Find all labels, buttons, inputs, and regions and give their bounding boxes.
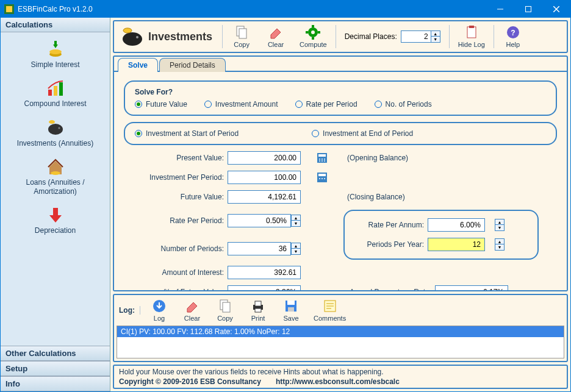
clipboard-icon xyxy=(464,25,479,40)
sidebar-item-compound-interest[interactable]: Compound Interest xyxy=(2,75,109,114)
log-print-button[interactable]: Print xyxy=(242,298,275,323)
help-button[interactable]: ? Help xyxy=(497,24,530,49)
coins-up-icon xyxy=(46,40,65,59)
present-value-input[interactable] xyxy=(228,151,301,165)
floppy-icon xyxy=(284,299,298,313)
svg-point-12 xyxy=(58,127,60,129)
minimize-button[interactable] xyxy=(486,1,514,18)
percent-future-value-input[interactable] xyxy=(228,285,301,290)
copy-icon xyxy=(218,299,232,313)
svg-rect-48 xyxy=(255,308,261,312)
help-icon: ? xyxy=(506,25,520,40)
clear-button[interactable]: Clear xyxy=(259,24,292,49)
svg-point-21 xyxy=(311,30,315,34)
window-title: ESBFinCalc Pro v1.2.0 xyxy=(18,5,486,13)
sidebar-item-investments[interactable]: Investments (Annuities) xyxy=(2,115,109,154)
svg-point-14 xyxy=(51,171,60,175)
log-list[interactable]: CI(1) PV: 100.00 FV: 112.68 Rate: 1.00% … xyxy=(117,326,564,358)
rate-per-period-input[interactable] xyxy=(228,214,291,227)
rate-per-annum-input[interactable] xyxy=(428,218,485,232)
compute-button[interactable]: Compute xyxy=(293,24,333,49)
close-button[interactable] xyxy=(542,1,570,18)
statusbar: Hold your Mouse over the various fields … xyxy=(113,365,568,389)
copyright-text: Copyright © 2009-2016 ESB Consultancy xyxy=(119,377,261,386)
radio-investment-amount[interactable]: Investment Amount xyxy=(204,100,278,109)
radio-end-of-period[interactable]: Investment at End of Period xyxy=(312,129,413,138)
sidebar-item-other[interactable]: Other Calculations xyxy=(1,346,110,361)
investment-per-period-input[interactable] xyxy=(228,171,301,184)
log-comments-button[interactable]: Comments xyxy=(307,298,352,323)
decimal-places-input[interactable]: ▲▼ xyxy=(401,30,440,43)
url-text: http://www.esbconsult.com/esbcalc xyxy=(276,377,400,386)
svg-rect-27 xyxy=(469,26,474,28)
svg-rect-51 xyxy=(288,307,294,312)
sidebar-item-simple-interest[interactable]: Simple Interest xyxy=(2,36,109,75)
svg-rect-24 xyxy=(306,31,308,34)
number-of-periods-input[interactable] xyxy=(228,242,291,255)
svg-rect-26 xyxy=(467,27,476,38)
svg-rect-31 xyxy=(318,154,326,157)
amount-of-interest-input[interactable] xyxy=(228,266,301,279)
svg-rect-25 xyxy=(318,31,320,34)
tab-solve[interactable]: Solve xyxy=(118,58,158,72)
log-panel: Log: Log Clear Copy Print Save Comments … xyxy=(113,294,568,362)
calculator-icon[interactable] xyxy=(313,153,331,163)
app-icon xyxy=(4,4,14,14)
svg-point-15 xyxy=(123,32,142,46)
arrow-down-icon xyxy=(46,205,65,225)
section-icon xyxy=(120,26,145,48)
annum-group: Rate Per Annum: ▲▼ Periods Per Year: ▲▼ xyxy=(343,210,539,260)
svg-point-7 xyxy=(49,49,62,54)
log-line[interactable]: CI(1) PV: 100.00 FV: 112.68 Rate: 1.00% … xyxy=(117,326,564,337)
radio-rate-per-period[interactable]: Rate per Period xyxy=(295,100,357,109)
spin-up-icon[interactable]: ▲ xyxy=(431,31,440,37)
log-button[interactable]: Log xyxy=(143,298,176,323)
download-icon xyxy=(152,299,167,313)
radio-start-of-period[interactable]: Investment at Start of Period xyxy=(135,129,239,138)
decimal-label: Decimal Places: xyxy=(345,32,397,41)
toolbar-panel: Investments Copy Clear Compute Decima xyxy=(113,20,568,53)
svg-rect-50 xyxy=(287,301,295,305)
svg-point-13 xyxy=(49,120,55,124)
svg-rect-8 xyxy=(48,90,52,96)
calculator-icon[interactable] xyxy=(313,173,331,182)
house-money-icon xyxy=(46,157,65,177)
future-value-input[interactable] xyxy=(228,190,301,204)
svg-rect-47 xyxy=(255,301,261,306)
radio-no-of-periods[interactable]: No. of Periods xyxy=(375,100,432,109)
section-title: Investments xyxy=(148,30,212,43)
sidebar: Calculations Simple Interest Compound In… xyxy=(1,18,110,391)
svg-rect-3 xyxy=(526,7,531,12)
svg-rect-9 xyxy=(54,86,57,96)
svg-rect-19 xyxy=(239,29,246,38)
gear-icon xyxy=(306,25,320,40)
svg-rect-22 xyxy=(312,25,314,27)
spin-down-icon[interactable]: ▼ xyxy=(431,37,440,42)
sidebar-item-info[interactable]: Info xyxy=(1,376,110,391)
radio-future-value[interactable]: Future Value xyxy=(135,100,187,109)
tab-period-details[interactable]: Period Details xyxy=(159,58,226,72)
sidebar-item-loans[interactable]: Loans (Annuities / Amortization) xyxy=(2,154,109,202)
svg-point-35 xyxy=(319,160,320,162)
svg-point-37 xyxy=(324,160,325,162)
log-save-button[interactable]: Save xyxy=(275,298,307,323)
timing-group: Investment at Start of Period Investment… xyxy=(124,122,557,145)
maximize-button[interactable] xyxy=(514,1,542,18)
sidebar-item-depreciation[interactable]: Depreciation xyxy=(2,202,109,241)
svg-point-36 xyxy=(321,160,323,162)
hide-log-button[interactable]: Hide Log xyxy=(452,24,491,49)
svg-rect-10 xyxy=(59,82,63,96)
copy-button[interactable]: Copy xyxy=(225,24,258,49)
svg-rect-1 xyxy=(6,6,12,12)
svg-point-42 xyxy=(324,178,325,179)
piggy-bank-icon xyxy=(46,118,65,138)
svg-rect-39 xyxy=(318,174,326,176)
sidebar-item-setup[interactable]: Setup xyxy=(1,361,110,376)
svg-point-41 xyxy=(321,178,323,179)
svg-point-33 xyxy=(321,159,323,160)
log-clear-button[interactable]: Clear xyxy=(176,298,209,323)
periods-per-year-input[interactable] xyxy=(428,238,485,251)
sidebar-header: Calculations xyxy=(1,18,110,32)
apr-input[interactable] xyxy=(435,285,508,290)
log-copy-button[interactable]: Copy xyxy=(209,298,242,323)
